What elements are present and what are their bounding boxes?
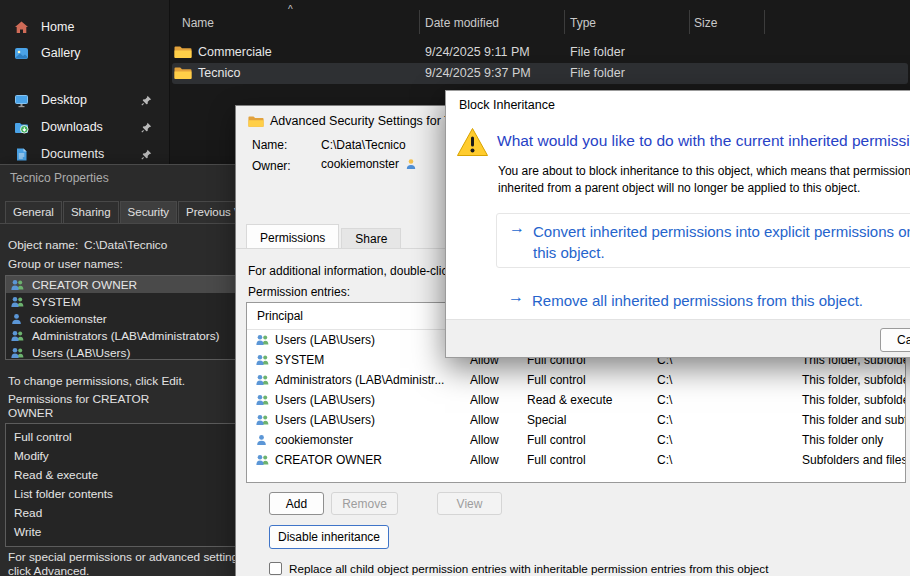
- cell-type: Allow: [470, 433, 499, 447]
- tab-sharing[interactable]: Sharing: [63, 201, 119, 224]
- sidebar-item-downloads[interactable]: Downloads: [4, 114, 166, 140]
- sidebar-item-label: Documents: [41, 147, 104, 161]
- column-header-type[interactable]: Type: [570, 16, 596, 30]
- sort-ascending-icon: ^: [288, 4, 293, 15]
- cell-principal: cookiemonster: [275, 433, 353, 447]
- file-row-tecnico[interactable]: Tecnico 9/24/2025 9:37 PM File folder: [172, 63, 908, 84]
- dialog-body-text: You are about to block inheritance to th…: [498, 163, 910, 197]
- permission-name: Read: [14, 506, 42, 520]
- list-item-administrators[interactable]: Administrators (LAB\Administrators): [6, 327, 256, 344]
- sidebar-item-label: Desktop: [41, 93, 87, 107]
- object-name-label: Object name:: [8, 238, 78, 252]
- dialog-heading: What would you like to do with the curre…: [497, 132, 910, 150]
- convert-line-2: this object.: [533, 244, 605, 261]
- convert-permissions-command-link[interactable]: → Convert inherited permissions into exp…: [496, 213, 910, 268]
- replace-permissions-checkbox[interactable]: [269, 562, 282, 575]
- cell-access: Special: [527, 413, 566, 427]
- column-header-size[interactable]: Size: [694, 16, 717, 30]
- list-item-system[interactable]: SYSTEM: [6, 293, 256, 310]
- remove-line: Remove all inherited permissions from th…: [532, 292, 863, 309]
- folder-icon: [248, 115, 264, 128]
- sidebar-item-desktop[interactable]: Desktop: [4, 87, 166, 113]
- permission-entry-row[interactable]: Users (LAB\Users) Allow Special C:\ This…: [247, 410, 905, 430]
- principal-name: SYSTEM: [32, 295, 81, 309]
- cell-inherited-from: C:\: [657, 393, 672, 407]
- column-header-name[interactable]: Name: [182, 16, 214, 30]
- permission-item[interactable]: Modify: [6, 446, 256, 465]
- cancel-button[interactable]: Cancel: [880, 328, 910, 352]
- add-button[interactable]: Add: [269, 492, 324, 515]
- name-value: C:\Data\Tecnico: [321, 138, 406, 152]
- permission-name: Read & execute: [14, 468, 98, 482]
- permission-entry-row[interactable]: CREATOR OWNER Allow Full control C:\ Sub…: [247, 450, 905, 470]
- permission-entry-row[interactable]: Administrators (LAB\Administr... Allow F…: [247, 370, 905, 390]
- column-resize-handle[interactable]: [419, 10, 420, 34]
- cell-principal: CREATOR OWNER: [275, 453, 382, 467]
- cell-applies-to: Subfolders and files ...: [802, 453, 906, 467]
- cell-type: Allow: [470, 413, 499, 427]
- file-type: File folder: [570, 45, 625, 59]
- column-resize-handle[interactable]: [764, 10, 765, 34]
- gallery-icon: [14, 46, 30, 61]
- dialog-title[interactable]: Block Inheritance: [459, 98, 555, 112]
- group-icon: [10, 279, 25, 291]
- properties-dialog: Tecnico Properties General Sharing Secur…: [0, 164, 261, 576]
- tab-security[interactable]: Security: [120, 201, 178, 224]
- principal-name: Administrators (LAB\Administrators): [32, 329, 220, 343]
- permission-item[interactable]: Write: [6, 522, 256, 541]
- permission-item[interactable]: List folder contents: [6, 484, 256, 503]
- cell-type: Allow: [470, 373, 499, 387]
- permission-item[interactable]: Read & execute: [6, 465, 256, 484]
- tab-share[interactable]: Share: [341, 228, 401, 248]
- group-icon: [255, 354, 270, 366]
- group-icon: [10, 347, 25, 359]
- user-icon: [10, 313, 23, 325]
- remove-button[interactable]: Remove: [331, 492, 398, 515]
- dialog-title[interactable]: Tecnico Properties: [10, 171, 109, 185]
- permission-name: Full control: [14, 430, 72, 444]
- cell-type: Allow: [470, 453, 499, 467]
- group-icon: [255, 334, 270, 346]
- sidebar-item-gallery[interactable]: Gallery: [4, 40, 166, 66]
- list-item-creator-owner[interactable]: CREATOR OWNER: [6, 276, 256, 293]
- group-user-list: CREATOR OWNER SYSTEM cookiemonster Admin…: [5, 275, 257, 360]
- column-header-date-modified[interactable]: Date modified: [425, 16, 499, 30]
- block-inheritance-dialog: Block Inheritance What would you like to…: [445, 90, 910, 358]
- column-header-principal[interactable]: Principal: [257, 309, 303, 323]
- column-resize-handle[interactable]: [564, 10, 565, 34]
- group-icon: [10, 296, 25, 308]
- dialog-footer: Cancel: [446, 319, 910, 357]
- view-button[interactable]: View: [437, 492, 502, 515]
- user-icon: [255, 434, 268, 446]
- cell-inherited-from: C:\: [657, 413, 672, 427]
- list-item-cookiemonster[interactable]: cookiemonster: [6, 310, 256, 327]
- edit-note: To change permissions, click Edit.: [8, 374, 185, 388]
- list-item-users[interactable]: Users (LAB\Users): [6, 344, 256, 360]
- advanced-note-line2: click Advanced.: [8, 564, 89, 576]
- permission-entry-row[interactable]: cookiemonster Allow Full control C:\ Thi…: [247, 430, 905, 450]
- column-resize-handle[interactable]: [689, 10, 690, 34]
- cell-access: Full control: [527, 433, 586, 447]
- permission-item[interactable]: Read: [6, 503, 256, 522]
- permissions-for-label-line1: Permissions for CREATOR: [8, 392, 149, 406]
- tab-general[interactable]: General: [5, 201, 62, 224]
- permission-entry-row[interactable]: Users (LAB\Users) Allow Read & execute C…: [247, 390, 905, 410]
- tab-permissions[interactable]: Permissions: [246, 224, 339, 248]
- sidebar-item-label: Gallery: [41, 46, 81, 60]
- command-link-text: Convert inherited permissions into expli…: [533, 221, 910, 263]
- permission-item[interactable]: Full control: [6, 427, 256, 446]
- object-name-value: C:\Data\Tecnico: [84, 238, 167, 252]
- group-icon: [255, 374, 270, 386]
- pin-icon: [141, 122, 152, 136]
- folder-icon: [174, 66, 192, 83]
- desktop-icon: [14, 93, 30, 108]
- disable-inheritance-button[interactable]: Disable inheritance: [269, 525, 389, 549]
- sidebar-item-home[interactable]: Home: [4, 14, 166, 40]
- permission-name: Write: [14, 525, 41, 539]
- permission-entries-label: Permission entries:: [248, 285, 350, 299]
- file-date-modified: 9/24/2025 9:37 PM: [425, 66, 531, 80]
- remove-permissions-command-link[interactable]: → Remove all inherited permissions from …: [496, 283, 910, 317]
- permission-name: List folder contents: [14, 487, 113, 501]
- owner-label: Owner:: [252, 159, 291, 173]
- file-row-commerciale[interactable]: Commerciale 9/24/2025 9:11 PM File folde…: [172, 42, 908, 63]
